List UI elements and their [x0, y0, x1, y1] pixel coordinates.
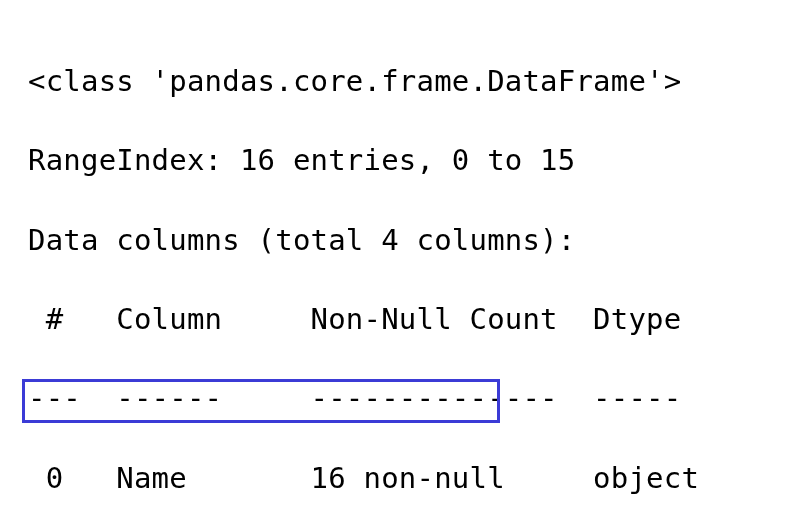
columns-header-line: Data columns (total 4 columns):: [28, 221, 774, 261]
table-row: 0 Name 16 non-null object: [28, 459, 774, 499]
class-line: <class 'pandas.core.frame.DataFrame'>: [28, 62, 774, 102]
dataframe-info-output: <class 'pandas.core.frame.DataFrame'> Ra…: [0, 0, 792, 528]
table-header: # Column Non-Null Count Dtype: [28, 300, 774, 340]
rangeindex-line: RangeIndex: 16 entries, 0 to 15: [28, 141, 774, 181]
table-divider: --- ------ -------------- -----: [28, 379, 774, 419]
